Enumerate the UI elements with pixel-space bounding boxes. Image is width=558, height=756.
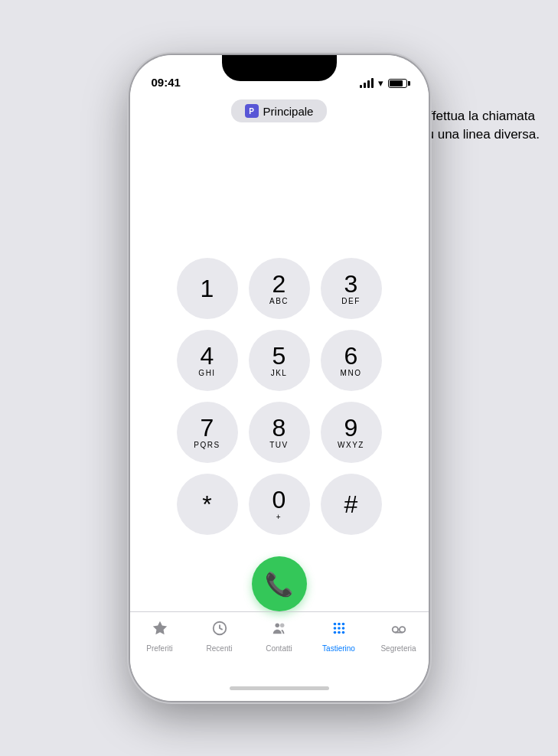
key-letters-8: WXYZ xyxy=(338,442,364,449)
key-letters-1: ABC xyxy=(269,298,289,305)
key-letters-7: TUV xyxy=(269,442,289,449)
phone-icon: 📞 xyxy=(265,571,293,598)
tab-icon-contatti xyxy=(271,620,288,641)
battery-icon xyxy=(388,79,407,88)
status-icons: ▾ xyxy=(360,77,407,89)
tab-label-segreteria: Segreteria xyxy=(380,644,416,653)
status-time: 09:41 xyxy=(152,76,181,89)
svg-point-11 xyxy=(341,631,344,634)
iphone-frame: 09:41 ▾ xyxy=(130,55,429,701)
home-bar xyxy=(230,686,329,690)
svg-point-12 xyxy=(392,627,397,632)
svg-point-6 xyxy=(333,627,336,630)
key-1[interactable]: 1 xyxy=(177,258,238,319)
svg-point-8 xyxy=(341,627,344,630)
wifi-icon: ▾ xyxy=(378,77,383,89)
content-area: P Principale 12ABC3DEF4GHI5JKL6MNO7PQRS8… xyxy=(130,93,429,611)
svg-point-3 xyxy=(333,623,336,626)
key-5[interactable]: 5JKL xyxy=(249,330,310,391)
key-number-4: 5 xyxy=(272,344,286,368)
tab-label-preferiti: Preferiti xyxy=(146,644,172,653)
key-0[interactable]: 0+ xyxy=(249,474,310,535)
key-number-10: 0 xyxy=(272,487,286,512)
tab-label-tastierino: Tastierino xyxy=(322,644,355,653)
tab-label-contatti: Contatti xyxy=(266,644,292,653)
svg-point-4 xyxy=(338,623,341,626)
key-letters-5: MNO xyxy=(341,370,362,377)
key-4[interactable]: 4GHI xyxy=(177,330,238,391)
svg-point-5 xyxy=(341,623,344,626)
key-6[interactable]: 6MNO xyxy=(321,330,382,391)
svg-point-7 xyxy=(338,627,341,630)
key-letters-2: DEF xyxy=(341,298,361,305)
keypad: 12ABC3DEF4GHI5JKL6MNO7PQRS8TUV9WXYZ*0+# xyxy=(177,258,382,535)
line-selector[interactable]: P Principale xyxy=(231,99,328,122)
tab-recenti[interactable]: Recenti xyxy=(197,620,243,653)
key-8[interactable]: 8TUV xyxy=(249,402,310,463)
key-number-8: 9 xyxy=(344,415,358,440)
tab-label-recenti: Recenti xyxy=(207,644,233,653)
key-number-0: 1 xyxy=(201,276,214,301)
tab-contatti[interactable]: Contatti xyxy=(256,620,302,653)
svg-point-10 xyxy=(338,631,341,634)
key-number-11: # xyxy=(344,492,358,516)
tab-icon-tastierino xyxy=(331,620,348,641)
svg-point-1 xyxy=(275,624,279,628)
key-number-5: 6 xyxy=(344,344,358,368)
home-indicator xyxy=(130,675,429,701)
key-number-3: 4 xyxy=(201,344,214,368)
key-9[interactable]: 9WXYZ xyxy=(321,402,382,463)
signal-icon xyxy=(360,78,374,88)
key-letters-4: JKL xyxy=(271,370,288,377)
svg-point-2 xyxy=(279,624,284,628)
line-label: Principale xyxy=(263,105,314,118)
svg-point-9 xyxy=(333,631,336,634)
key-2[interactable]: 2ABC xyxy=(249,258,310,319)
key-number-9: * xyxy=(202,492,211,516)
line-icon: P xyxy=(245,104,259,118)
key-letters-10: + xyxy=(276,513,282,521)
key-letters-3: GHI xyxy=(198,370,215,377)
key-number-6: 7 xyxy=(201,415,214,440)
tab-bar: PreferitiRecentiContattiTastierinoSegret… xyxy=(130,611,429,675)
key-number-1: 2 xyxy=(272,272,286,296)
key-number-7: 8 xyxy=(272,415,286,440)
key-#[interactable]: # xyxy=(321,474,382,535)
tab-icon-recenti xyxy=(211,620,228,641)
key-*[interactable]: * xyxy=(177,474,238,535)
tab-preferiti[interactable]: Preferiti xyxy=(137,620,183,653)
key-3[interactable]: 3DEF xyxy=(321,258,382,319)
call-button[interactable]: 📞 xyxy=(252,556,307,611)
screen: 09:41 ▾ xyxy=(130,55,429,701)
key-7[interactable]: 7PQRS xyxy=(177,402,238,463)
svg-point-13 xyxy=(399,627,404,632)
key-letters-6: PQRS xyxy=(194,442,220,449)
tab-icon-preferiti xyxy=(152,620,168,641)
tab-icon-segreteria xyxy=(390,620,407,641)
scene: Effettua la chiamata su una linea divers… xyxy=(0,0,558,756)
notch xyxy=(222,55,337,81)
tab-segreteria[interactable]: Segreteria xyxy=(376,620,422,653)
tab-tastierino[interactable]: Tastierino xyxy=(316,620,362,653)
key-number-2: 3 xyxy=(344,272,358,296)
annotation-text: Effettua la chiamata su una linea divers… xyxy=(420,107,543,144)
